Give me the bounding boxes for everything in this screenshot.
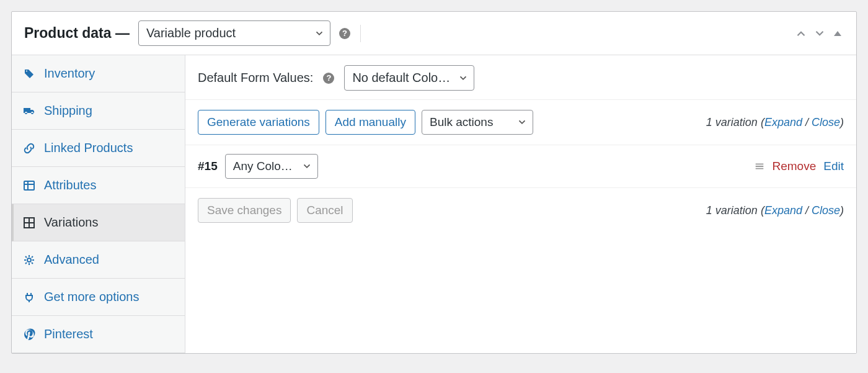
help-icon[interactable]: ? [323, 73, 334, 84]
svg-rect-0 [24, 181, 34, 190]
drag-handle-icon[interactable] [754, 161, 765, 172]
sidebar-item-attributes[interactable]: Attributes [12, 167, 185, 204]
bulk-actions-select[interactable]: Bulk actions [422, 110, 533, 135]
default-color-value: No default Color… [352, 71, 454, 84]
sidebar-item-label: Variations [44, 215, 98, 230]
panel-header: Product data — Variable product ? [12, 12, 856, 55]
variations-summary: 1 variation (Expand / Close) [706, 204, 844, 217]
sidebar: Inventory Shipping Linked Products Attri… [12, 55, 185, 353]
list-icon [23, 179, 35, 192]
expand-link[interactable]: Expand [764, 116, 802, 128]
variations-footer: Save changes Cancel 1 variation (Expand … [185, 188, 856, 233]
truck-icon [23, 105, 35, 117]
product-data-panel: Product data — Variable product ? Invent… [11, 11, 857, 354]
sidebar-item-inventory[interactable]: Inventory [12, 55, 185, 92]
cancel-button[interactable]: Cancel [297, 198, 352, 223]
variation-attribute-select[interactable]: Any Color… [225, 154, 318, 179]
remove-variation-link[interactable]: Remove [773, 160, 817, 173]
help-icon[interactable]: ? [339, 28, 350, 39]
chevron-down-icon [301, 161, 312, 172]
pinterest-icon [23, 328, 35, 341]
default-values-row: Default Form Values: ? No default Color… [185, 55, 856, 100]
sidebar-item-linked[interactable]: Linked Products [12, 130, 185, 167]
variations-summary: 1 variation (Expand / Close) [706, 116, 844, 129]
generate-variations-button[interactable]: Generate variations [198, 110, 319, 135]
sidebar-item-label: Linked Products [44, 141, 133, 155]
panel-title: Product data — [24, 25, 130, 42]
sidebar-item-variations[interactable]: Variations [12, 204, 185, 241]
sidebar-item-label: Advanced [44, 253, 99, 267]
sidebar-item-get-more[interactable]: Get more options [12, 279, 185, 316]
sidebar-item-advanced[interactable]: Advanced [12, 241, 185, 279]
variations-panel: Default Form Values: ? No default Color…… [185, 55, 856, 353]
gear-icon [23, 254, 35, 266]
move-down-icon[interactable] [813, 27, 826, 40]
save-changes-button[interactable]: Save changes [198, 198, 291, 223]
product-type-select[interactable]: Variable product [138, 20, 330, 46]
tags-icon [23, 68, 35, 80]
product-type-value: Variable product [146, 26, 236, 40]
sidebar-item-label: Inventory [44, 66, 95, 81]
chevron-down-icon [314, 28, 325, 39]
default-values-label: Default Form Values: [198, 71, 313, 85]
sidebar-item-shipping[interactable]: Shipping [12, 92, 185, 130]
chevron-down-icon [458, 73, 469, 84]
sidebar-item-label: Shipping [44, 104, 92, 118]
sidebar-item-label: Get more options [44, 290, 139, 304]
default-color-select[interactable]: No default Color… [344, 65, 474, 91]
separator [360, 25, 361, 42]
sidebar-item-pinterest[interactable]: Pinterest [12, 316, 185, 353]
bulk-actions-value: Bulk actions [430, 115, 493, 128]
collapse-icon[interactable] [831, 27, 844, 40]
svg-point-2 [27, 258, 31, 262]
chevron-down-icon [516, 117, 528, 128]
close-link[interactable]: Close [812, 116, 840, 128]
close-link[interactable]: Close [812, 204, 840, 217]
link-icon [23, 142, 35, 155]
move-up-icon[interactable] [794, 27, 808, 40]
variation-row: #15 Any Color… Remove Edit [185, 145, 856, 188]
grid-icon [23, 217, 35, 229]
variation-attribute-value: Any Color… [233, 160, 296, 173]
variations-toolbar: Generate variations Add manually Bulk ac… [185, 100, 856, 145]
add-manually-button[interactable]: Add manually [326, 110, 415, 135]
sidebar-item-label: Pinterest [44, 327, 93, 341]
variation-id: #15 [198, 160, 218, 173]
plug-icon [23, 291, 35, 303]
edit-variation-link[interactable]: Edit [823, 160, 844, 173]
sidebar-item-label: Attributes [44, 178, 96, 192]
expand-link[interactable]: Expand [764, 204, 802, 217]
